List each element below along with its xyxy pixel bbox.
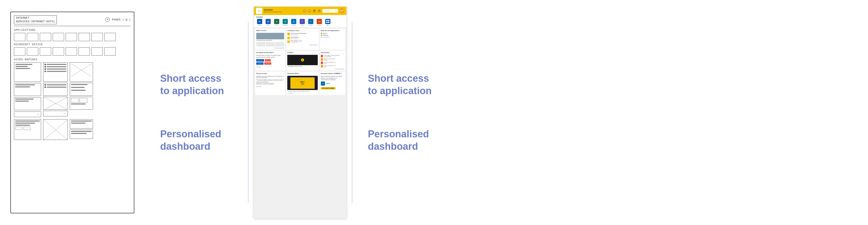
wf-ms-box-3 [40,47,51,56]
etats-title: États de vos applications [321,30,344,32]
fav-intranet[interactable]: IN Intranet [256,19,263,26]
btn-accueil[interactable]: Accueil [265,59,271,61]
fav-apps[interactable]: Apps [324,19,332,26]
wf-ms-box-6 [79,47,90,56]
svg-rect-9 [328,22,330,23]
wf-mixed-box [70,97,93,110]
bscc-inner-text: BSCC NEWS Le point [290,77,315,89]
bscc-news-title: Résultats BSCC [287,73,317,75]
fav-yammer[interactable]: Y Yammer [307,19,314,26]
event-icon-2 [287,37,290,39]
doc-2: Règlementation sélectiondes DGs [321,58,344,61]
fav-teams-label: Teams [301,25,304,26]
it-bscc-video[interactable]: ▶ [287,55,317,65]
fav-one[interactable]: 1N OneNote [316,19,323,26]
status-label-2: eLearning [323,35,328,36]
play-button[interactable]: ▶ [301,58,304,61]
user-avatar[interactable]: AUROREAGAL [339,8,344,13]
svg-rect-8 [326,22,328,23]
doc-label-2: Règlementation sélectiondes DGs [324,58,335,61]
wf-app-box-7 [91,33,103,41]
wf-app-box-8 [104,33,116,41]
intranet-sub: SERVICES-COURRIER-COLIS [264,11,282,13]
event-2: Online Meeting14 novembre... [287,37,317,40]
fav-outlook[interactable]: O Outlook [290,19,297,26]
bscc-news-link[interactable]: Lire la suite [287,92,317,94]
pere-noel-btns: Lancement Accueil [256,59,284,61]
fav-one-icon: 1N [317,19,322,24]
fav-excel-label: Excel [275,25,278,26]
btn-lancement[interactable]: Lancement [256,59,264,61]
fav-yammer-icon: Y [308,19,313,24]
bscc-bref-img [256,33,284,39]
wf-app-box-4 [53,33,64,41]
search-placeholder: Rechercher... [323,10,331,11]
wf-bottom-box-1 [14,119,41,140]
wf-ms-box-1 [14,47,25,56]
personalised-line1: Personalised dashboard [160,128,238,152]
activites-link[interactable]: Toutes les activités [287,44,317,46]
intranet-logo-box: IN [256,8,262,14]
intranet-section: IN INTRANET SERVICES-COURRIER-COLIS 🏠 🔔 … [249,0,352,225]
pere-noel-text: Découvrez dans cet article une réponse à… [256,55,284,58]
doc-icon-2 [321,58,323,61]
gear-icon[interactable]: ⚙ [313,9,316,13]
phrase-quote: "Il est pas assagie celui qui se croit p… [256,79,284,85]
bscc-bref-text: Le Numéro d'hiver de la BSCC... [256,40,284,41]
home-icon[interactable]: 🏠 [303,9,306,13]
fav-word[interactable]: W Word [265,19,272,26]
doc-label-1: Règlementation sélection des DGset des D… [324,55,340,57]
pere-noel-btns-2: Calendrier Résultats [256,62,284,65]
bscc-item-2 [266,42,275,47]
svg-rect-13 [287,40,290,43]
wf-nav-icon-circle: ⊕ [105,17,110,22]
intranet-search[interactable]: Rechercher... 🔍 [322,9,338,13]
bscc-bref-link[interactable]: Toutes les publications [256,47,284,49]
phrase-link[interactable]: Lire la suite [256,86,284,87]
fav-apps-label: Apps [327,25,329,26]
doc-icon-1 [321,55,323,57]
etats-link[interactable]: Voir tous les états → [321,36,344,38]
doc-label-3: Contenus des Archives depostes [324,61,336,64]
event-icon-3 [287,40,290,43]
it-bscc-text: Léa Pégaini, animatrice tech... [287,66,317,67]
right-labels: Short access to application Personalised… [352,0,456,225]
help-icon[interactable]: ? [317,9,321,13]
wf-col-3 [70,62,93,117]
apps-grid-icon [326,20,330,23]
event-icon-1 [287,33,290,35]
discover-yammer-btn[interactable]: DÉCOUVRIR YAMMER [321,87,336,89]
wf-ms-box-5 [66,47,77,56]
fav-sharepoint[interactable]: S SharePoint [282,19,289,26]
wf-section-acces: ACCÈS RAPIDES [14,58,131,61]
svg-rect-6 [326,20,328,21]
btn-resultats[interactable]: Résultats [264,62,271,65]
right-short-access-line2: to application [368,85,432,97]
right-personalised-line1: Personalised dashboard [368,128,440,152]
docs-link[interactable]: Tous les documents [321,68,344,69]
doc-3: Contenus des Archives depostes [321,61,344,64]
wf-ms-box-7 [91,47,103,56]
bell-icon[interactable]: 🔔 [308,9,311,13]
fav-one-label: OneNote [317,25,321,26]
fav-apps-icon [325,19,331,24]
short-access-line1: Short access [160,73,224,85]
wf-applications-row [14,33,131,41]
bscc-news-logo: BSCC NEWS Le point [287,76,317,90]
intranet-favs: FAVORIS IN Intranet W Word X Excel S Sha… [254,15,346,27]
phrase-title: Phrase du jour [256,73,284,75]
fav-teams[interactable]: T Teams [299,19,306,26]
wireframe-section: INTERNET SERVICES-INTRANET-OUTIL ⊕ PAGES… [0,0,145,225]
fav-excel[interactable]: X Excel [273,19,280,26]
search-icon: 🔍 [335,10,337,12]
wf-app-box-2 [27,33,38,41]
wf-app-box-1 [14,33,25,41]
wf-cross-large-svg [71,64,92,77]
wf-list-box-2 [43,83,68,96]
btn-calendrier[interactable]: Calendrier [256,62,264,65]
event-text-3: Plein objectiver score15 novembre... [291,40,302,44]
bscc-bref-items [256,42,284,47]
card-yammer: Pourquoi utiliser YAMMER ? Depuis mainte… [320,72,345,95]
user-initials: AUROREAGAL [339,10,344,12]
wf-arrow-box-1: → [14,111,41,117]
